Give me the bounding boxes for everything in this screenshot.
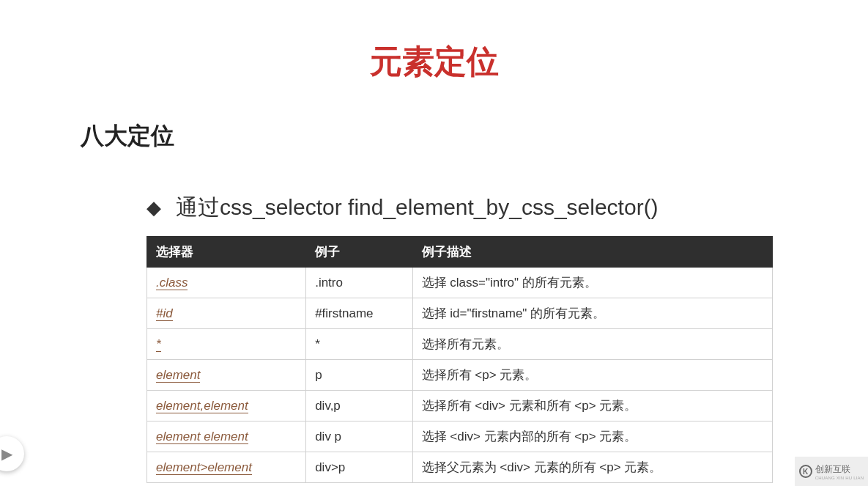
watermark: K 创新互联 CHUANG XIN HU LIAN xyxy=(795,457,868,486)
example-cell: div>p xyxy=(306,452,412,483)
desc-cell: 选择所有 <p> 元素。 xyxy=(412,360,772,391)
watermark-sub: CHUANG XIN HU LIAN xyxy=(815,476,864,480)
example-cell: div p xyxy=(306,421,412,452)
col-desc: 例子描述 xyxy=(412,237,772,268)
table-row: element,element div,p 选择所有 <div> 元素和所有 <… xyxy=(147,391,773,421)
table-row: #id #firstname 选择 id="firstname" 的所有元素。 xyxy=(147,298,773,329)
table-row: .class .intro 选择 class="intro" 的所有元素。 xyxy=(147,268,773,298)
example-cell: .intro xyxy=(306,268,412,298)
table-row: element p 选择所有 <p> 元素。 xyxy=(147,360,773,391)
selector-link[interactable]: #id xyxy=(156,306,173,321)
bullet-line: ◆ 通过css_selector find_element_by_css_sel… xyxy=(146,193,868,223)
selector-link[interactable]: .class xyxy=(156,276,188,290)
col-example: 例子 xyxy=(306,237,412,268)
selector-link[interactable]: element xyxy=(156,368,200,383)
selector-table: 选择器 例子 例子描述 .class .intro 选择 class="intr… xyxy=(146,236,773,483)
table-row: element element div p 选择 <div> 元素内部的所有 <… xyxy=(147,421,773,452)
watermark-text: 创新互联 xyxy=(815,463,864,476)
desc-cell: 选择所有元素。 xyxy=(412,329,772,360)
desc-cell: 选择 class="intro" 的所有元素。 xyxy=(412,268,772,298)
col-selector: 选择器 xyxy=(147,237,306,268)
desc-cell: 选择 <div> 元素内部的所有 <p> 元素。 xyxy=(412,421,772,452)
selector-link[interactable]: element>element xyxy=(156,460,252,475)
selector-table-wrap: 选择器 例子 例子描述 .class .intro 选择 class="intr… xyxy=(146,236,773,483)
table-row: * * 选择所有元素。 xyxy=(147,329,773,360)
desc-cell: 选择所有 <div> 元素和所有 <p> 元素。 xyxy=(412,391,772,421)
bullet-text: 通过css_selector find_element_by_css_selec… xyxy=(176,193,659,223)
selector-link[interactable]: element,element xyxy=(156,399,248,413)
example-cell: * xyxy=(306,329,412,360)
page-title: 元素定位 xyxy=(0,40,868,84)
example-cell: #firstname xyxy=(306,298,412,329)
next-arrow-button[interactable]: ▶ xyxy=(0,436,24,471)
arrow-right-icon: ▶ xyxy=(1,445,12,463)
section-subtitle: 八大定位 xyxy=(81,120,868,152)
watermark-logo-icon: K xyxy=(799,465,812,478)
example-cell: div,p xyxy=(306,391,412,421)
example-cell: p xyxy=(306,360,412,391)
desc-cell: 选择 id="firstname" 的所有元素。 xyxy=(412,298,772,329)
table-row: element>element div>p 选择父元素为 <div> 元素的所有… xyxy=(147,452,773,483)
desc-cell: 选择父元素为 <div> 元素的所有 <p> 元素。 xyxy=(412,452,772,483)
table-header-row: 选择器 例子 例子描述 xyxy=(147,237,773,268)
selector-link[interactable]: element element xyxy=(156,430,248,444)
selector-link[interactable]: * xyxy=(156,337,161,352)
bullet-icon: ◆ xyxy=(146,196,161,219)
